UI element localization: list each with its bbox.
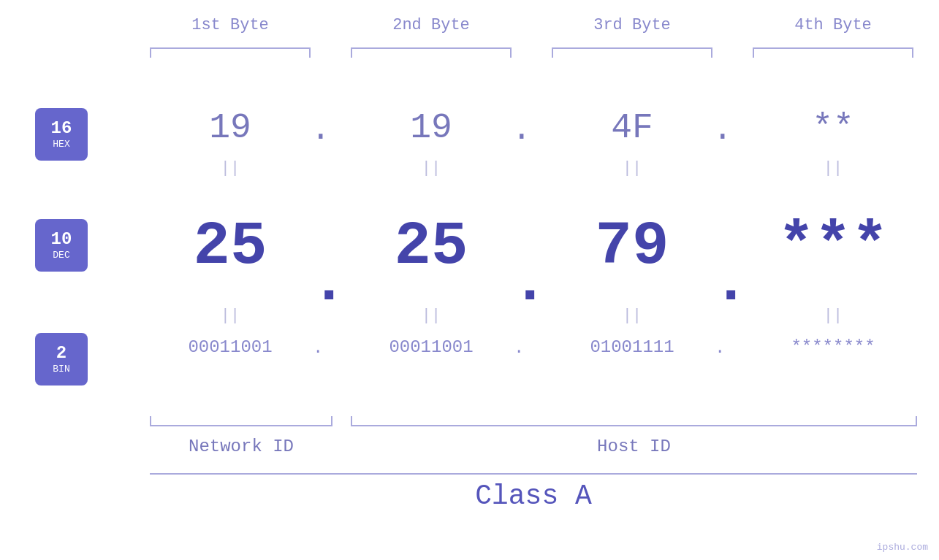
dec-val-3: 79 [530, 212, 734, 281]
bin-badge: 2 BIN [35, 333, 88, 386]
top-bracket-2 [351, 47, 512, 58]
sep-dec-1: || [150, 307, 311, 325]
hex-badge-num: 16 [51, 119, 72, 138]
class-bar-line [150, 473, 917, 475]
hex-dot-1: . [311, 111, 331, 149]
bottom-bracket-host [351, 416, 917, 426]
attribution: ipshu.com [877, 542, 928, 553]
top-bracket-4 [753, 47, 913, 58]
host-id-label: Host ID [351, 437, 917, 456]
dec-val-1: 25 [128, 212, 332, 281]
dec-val-4: *** [731, 212, 935, 281]
network-id-label: Network ID [150, 437, 332, 456]
top-bracket-1 [150, 47, 311, 58]
bin-val-2: 00011001 [329, 337, 533, 357]
bin-val-3: 01001111 [530, 337, 734, 357]
sep-hex-4: || [753, 159, 913, 177]
byte2-header: 2nd Byte [351, 16, 512, 34]
hex-badge: 16 HEX [35, 108, 88, 161]
hex-val-2: 19 [351, 108, 512, 147]
hex-dot-3: . [712, 111, 733, 149]
bin-badge-label: BIN [53, 364, 69, 375]
dec-badge-num: 10 [51, 230, 72, 249]
class-label: Class A [150, 480, 917, 512]
dec-badge-label: DEC [53, 250, 69, 261]
byte3-header: 3rd Byte [552, 16, 712, 34]
sep-hex-2: || [351, 159, 512, 177]
hex-val-1: 19 [150, 108, 311, 147]
bin-val-1: 00011001 [128, 337, 332, 357]
dec-val-2: 25 [329, 212, 533, 281]
bottom-bracket-network [150, 416, 332, 426]
sep-dec-4: || [753, 307, 913, 325]
hex-badge-label: HEX [53, 139, 69, 150]
sep-dec-3: || [552, 307, 712, 325]
bin-dot-1: . [313, 338, 323, 358]
sep-hex-3: || [552, 159, 712, 177]
top-bracket-3 [552, 47, 712, 58]
sep-dec-2: || [351, 307, 512, 325]
sep-hex-1: || [150, 159, 311, 177]
hex-val-4: ** [753, 108, 913, 147]
hex-val-3: 4F [552, 108, 712, 147]
byte1-header: 1st Byte [150, 16, 311, 34]
bin-dot-2: . [514, 338, 524, 358]
hex-dot-2: . [512, 111, 532, 149]
bin-badge-num: 2 [56, 344, 66, 363]
bin-val-4: ******** [731, 337, 935, 357]
dec-badge: 10 DEC [35, 219, 88, 272]
byte4-header: 4th Byte [753, 16, 913, 34]
bin-dot-3: . [715, 338, 725, 358]
